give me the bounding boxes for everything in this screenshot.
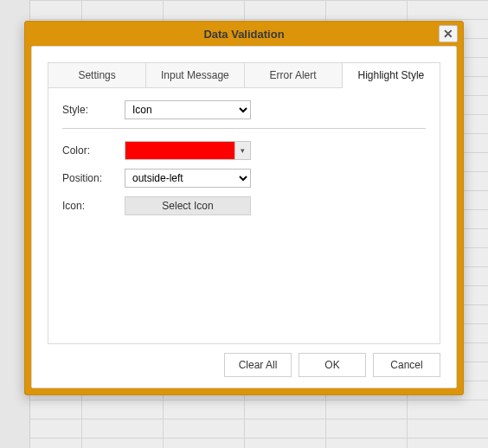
- row-icon: Icon: Select Icon: [62, 196, 426, 215]
- dialog-body: Settings Input Message Error Alert Highl…: [31, 46, 457, 388]
- close-button[interactable]: ✕: [439, 25, 458, 42]
- tab-settings[interactable]: Settings: [48, 62, 146, 87]
- data-validation-dialog: Data Validation ✕ Settings Input Message…: [24, 21, 464, 395]
- label-style: Style:: [62, 104, 125, 116]
- tab-input-message[interactable]: Input Message: [146, 62, 244, 87]
- ok-button[interactable]: OK: [299, 353, 366, 377]
- dialog-titlebar: Data Validation ✕: [25, 22, 463, 46]
- dialog-title: Data Validation: [203, 28, 284, 41]
- select-icon-button[interactable]: Select Icon: [125, 196, 251, 215]
- tab-error-alert[interactable]: Error Alert: [245, 62, 343, 87]
- color-picker[interactable]: ▾: [125, 141, 251, 160]
- tabpanel-highlight-style: Style: Icon Color: ▾ Position: outsi: [48, 88, 440, 344]
- row-style: Style: Icon: [62, 100, 426, 119]
- chevron-down-icon: ▾: [241, 146, 245, 155]
- cancel-button[interactable]: Cancel: [373, 353, 440, 377]
- color-swatch: [125, 142, 234, 159]
- tabstrip: Settings Input Message Error Alert Highl…: [48, 62, 440, 88]
- style-select[interactable]: Icon: [125, 100, 251, 119]
- label-icon: Icon:: [62, 200, 125, 212]
- dialog-footer: Clear All OK Cancel: [48, 344, 440, 377]
- label-color: Color:: [62, 144, 125, 157]
- color-dropdown-button[interactable]: ▾: [234, 142, 250, 159]
- row-position: Position: outside-left: [62, 169, 426, 188]
- close-icon: ✕: [443, 28, 453, 40]
- label-position: Position:: [62, 172, 125, 184]
- clear-all-button[interactable]: Clear All: [224, 353, 292, 377]
- row-color: Color: ▾: [62, 141, 426, 160]
- divider: [62, 128, 426, 129]
- position-select[interactable]: outside-left: [125, 169, 251, 188]
- tab-highlight-style[interactable]: Highlight Style: [343, 62, 440, 87]
